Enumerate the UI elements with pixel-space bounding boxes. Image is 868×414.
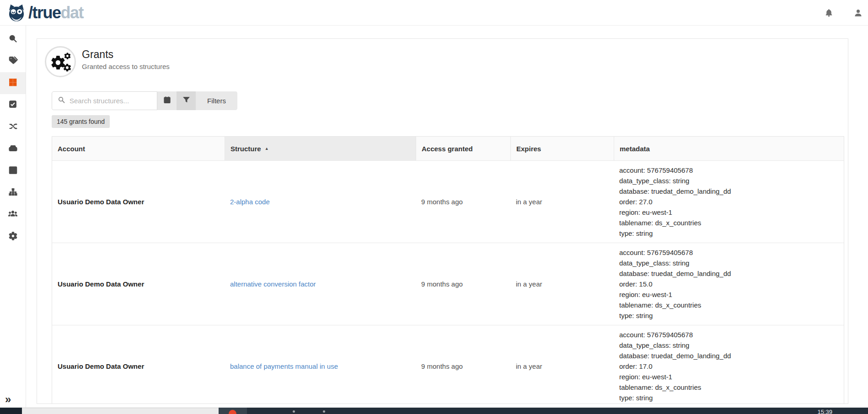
sidebar-item-systems[interactable] (0, 138, 26, 160)
column-header-label: Structure (230, 145, 261, 153)
os-taskbar: 15:39 (0, 408, 868, 414)
wordmark-secondary: dat (61, 3, 84, 22)
column-header-label: metadata (620, 145, 650, 153)
metadata-line: type: string (619, 228, 653, 239)
sort-asc-icon: ▲ (265, 146, 269, 151)
table-row: Usuario Demo Data Owner 2-alpha code 9 m… (52, 160, 844, 243)
grants-table: Account Structure ▲ Access granted Expir… (52, 136, 844, 404)
cell-access-granted: 9 months ago (416, 325, 510, 404)
taskbar-app-tile[interactable] (219, 408, 247, 414)
taskbar-dot-icon (293, 410, 295, 413)
grants-content-card: Grants Granted access to structures (37, 38, 848, 404)
check-square-icon (8, 100, 17, 111)
sidebar-item-quality[interactable] (0, 94, 26, 116)
cell-metadata: account: 576759405678 data_type_class: s… (614, 161, 844, 243)
page-subtitle: Granted access to structures (82, 63, 170, 70)
sidebar-item-permissions[interactable] (0, 204, 26, 226)
metadata-line: tablename: ds_x_countries (619, 218, 701, 228)
table-row: Usuario Demo Data Owner alternative conv… (52, 243, 844, 325)
sidebar-item-taxonomy[interactable] (0, 182, 26, 204)
cell-structure: alternative conversion factor (225, 243, 416, 325)
truedat-logo[interactable]: /truedat (6, 3, 83, 22)
page-title: Grants (82, 48, 170, 61)
cell-expires: in a year (510, 325, 614, 404)
column-header-account[interactable]: Account (52, 137, 225, 160)
topbar-actions (824, 0, 863, 26)
search-icon (58, 96, 65, 106)
tags-icon (8, 56, 18, 67)
column-header-structure[interactable]: Structure ▲ (225, 137, 416, 160)
filter-funnel-button[interactable] (177, 91, 196, 110)
page-header: Grants Granted access to structures (82, 48, 170, 70)
metadata-line: database: truedat_demo_landing_dd (619, 268, 731, 279)
owl-logo-icon (6, 3, 27, 22)
cell-account: Usuario Demo Data Owner (52, 325, 225, 404)
cell-expires: in a year (510, 161, 614, 243)
sidebar-item-settings[interactable] (0, 226, 26, 248)
column-header-access-granted[interactable]: Access granted (416, 137, 510, 160)
search-box (52, 91, 157, 110)
structure-link[interactable]: balance of payments manual in use (230, 362, 338, 370)
user-icon[interactable] (853, 8, 863, 18)
sidebar-item-lineage[interactable] (0, 116, 26, 138)
metadata-line: account: 576759405678 (619, 329, 693, 340)
structure-link[interactable]: alternative conversion factor (230, 280, 316, 288)
column-header-label: Expires (516, 145, 541, 153)
sitemap-icon (8, 187, 18, 199)
grants-header-badge (45, 46, 76, 77)
cell-account: Usuario Demo Data Owner (52, 243, 225, 325)
top-navigation-bar: /truedat (0, 0, 868, 26)
cell-access-granted: 9 months ago (416, 161, 510, 243)
column-header-label: Access granted (422, 145, 473, 153)
grid-icon (8, 78, 17, 89)
column-header-label: Account (58, 145, 85, 153)
drive-icon (8, 143, 18, 155)
cell-structure: balance of payments manual in use (225, 325, 416, 404)
taskbar-dot-icon (323, 410, 325, 413)
metadata-line: order: 27.0 (619, 196, 653, 207)
metadata-line: region: eu-west-1 (619, 207, 672, 218)
taskbar-clock: 15:39 (817, 409, 832, 414)
sidebar-item-tags[interactable] (0, 50, 26, 72)
search-input[interactable] (70, 97, 150, 105)
cell-access-granted: 9 months ago (416, 243, 510, 325)
wordmark-primary: /true (28, 3, 61, 22)
filters-button[interactable]: Filters (196, 91, 237, 110)
shuffle-icon (8, 122, 18, 133)
cell-metadata: account: 576759405678 data_type_class: s… (614, 243, 844, 325)
sidebar-item-structures[interactable] (0, 72, 26, 94)
browser-app-icon (229, 410, 236, 414)
filters-button-label: Filters (207, 97, 226, 105)
column-header-expires[interactable]: Expires (510, 137, 614, 160)
date-filter-button[interactable] (157, 91, 177, 110)
metadata-line: data_type_class: string (619, 258, 689, 268)
gear-icon (8, 231, 18, 243)
metadata-line: tablename: ds_x_countries (619, 382, 701, 393)
funnel-icon (182, 96, 191, 106)
taskbar-window-strip[interactable] (22, 408, 219, 414)
table-header-row: Account Structure ▲ Access granted Expir… (52, 137, 844, 160)
sidebar-item-dashboards[interactable] (0, 160, 26, 182)
metadata-line: account: 576759405678 (619, 165, 693, 175)
bell-icon[interactable] (824, 8, 834, 18)
metadata-line: order: 15.0 (619, 279, 653, 289)
metadata-line: database: truedat_demo_landing_dd (619, 350, 731, 361)
cell-account: Usuario Demo Data Owner (52, 161, 225, 243)
results-count-badge: 145 grants found (52, 115, 110, 128)
sidebar-item-search[interactable] (0, 28, 26, 50)
table-row: Usuario Demo Data Owner balance of payme… (52, 325, 844, 404)
metadata-line: account: 576759405678 (619, 247, 693, 258)
metadata-line: tablename: ds_x_countries (619, 300, 701, 310)
metadata-line: region: eu-west-1 (619, 289, 672, 300)
calendar-icon (163, 96, 171, 106)
sidebar-collapse-button[interactable]: » (5, 394, 11, 405)
taskbar-left-block[interactable] (0, 408, 22, 414)
structure-link[interactable]: 2-alpha code (230, 198, 270, 206)
metadata-line: data_type_class: string (619, 175, 689, 186)
column-header-metadata[interactable]: metadata (614, 137, 844, 160)
metadata-line: order: 17.0 (619, 361, 653, 372)
metadata-line: region: eu-west-1 (619, 372, 672, 382)
metadata-line: type: string (619, 393, 653, 403)
sidebar-navigation: » (0, 26, 26, 408)
users-icon (8, 209, 18, 221)
